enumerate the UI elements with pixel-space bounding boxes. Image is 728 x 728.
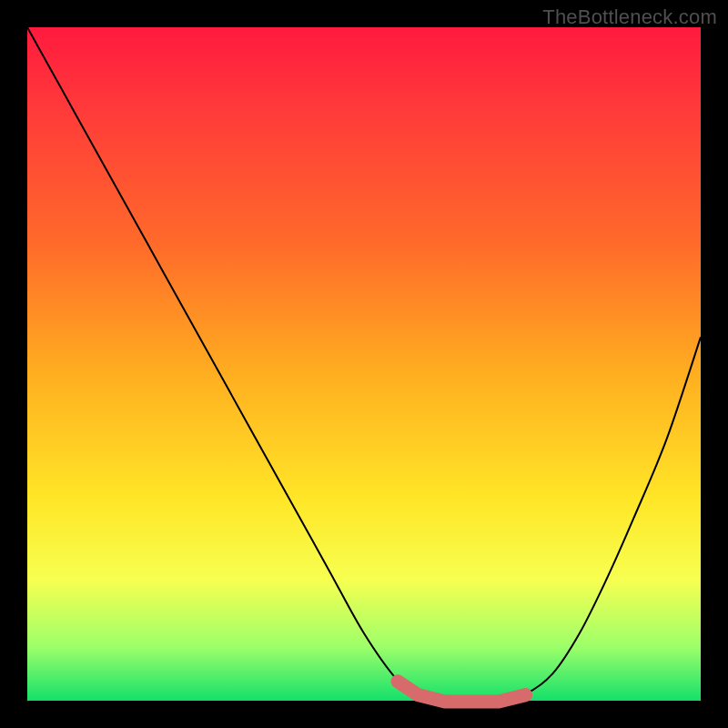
chart-svg [27, 27, 701, 701]
plot-area [27, 27, 701, 701]
chart-frame: TheBottleneck.com [0, 0, 728, 728]
flat-region-highlight [398, 682, 526, 702]
bottleneck-curve [27, 27, 701, 702]
watermark-text: TheBottleneck.com [542, 5, 717, 29]
